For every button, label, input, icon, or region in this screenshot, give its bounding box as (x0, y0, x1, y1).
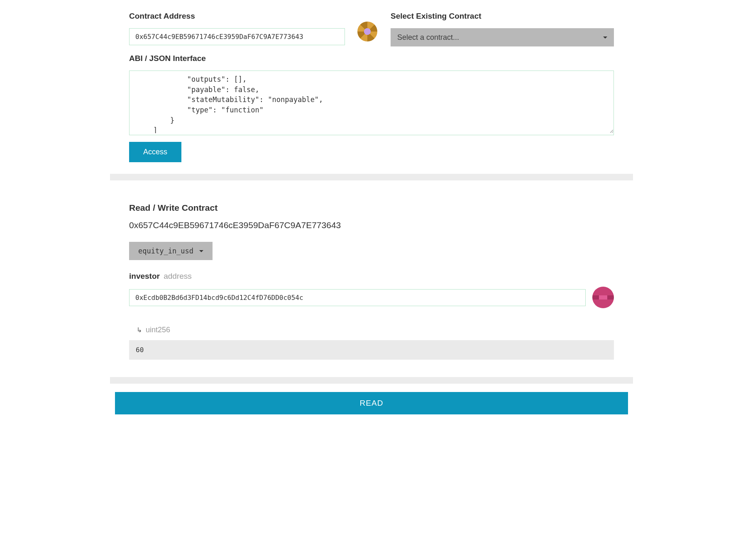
select-existing-label: Select Existing Contract (391, 12, 614, 21)
section-divider (110, 174, 633, 180)
contract-address-display: 0x657C44c9EB59671746cE3959DaF67C9A7E7736… (129, 220, 614, 230)
select-contract-placeholder: Select a contract... (397, 33, 459, 42)
contract-address-label: Contract Address (129, 12, 345, 21)
param-type: address (164, 272, 192, 280)
investor-blockie-icon (592, 287, 614, 308)
abi-label: ABI / JSON Interface (129, 54, 614, 63)
chevron-down-icon (603, 37, 607, 39)
contract-address-input[interactable] (129, 28, 345, 45)
return-type: uint256 (146, 326, 170, 334)
selected-function-label: equity_in_usd (138, 247, 193, 255)
select-contract-dropdown[interactable]: Select a contract... (391, 28, 614, 46)
section-divider (110, 377, 633, 384)
param-name: investor (129, 272, 160, 280)
abi-textarea[interactable] (130, 71, 613, 133)
read-button[interactable]: READ (115, 392, 628, 414)
return-value: 60 (129, 340, 614, 360)
return-arrow-icon: ↳ (137, 326, 142, 334)
contract-blockie-icon (357, 22, 377, 41)
investor-address-input[interactable] (129, 289, 586, 306)
chevron-down-icon (199, 250, 203, 252)
function-select-dropdown[interactable]: equity_in_usd (129, 242, 213, 260)
param-label: investor address (129, 272, 614, 281)
read-write-heading: Read / Write Contract (129, 203, 614, 213)
return-type-label: ↳ uint256 (137, 326, 614, 334)
access-button[interactable]: Access (129, 142, 181, 162)
